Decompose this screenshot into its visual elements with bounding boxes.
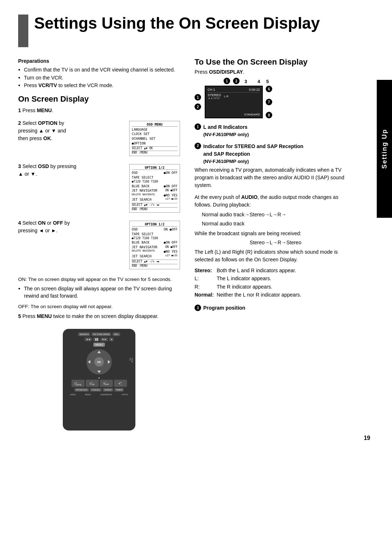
preparations-section: Preparations Confirm that the TV is on a… — [18, 57, 180, 89]
indicator-3-block: 3 Program position — [195, 304, 356, 312]
picture-mode-btn: PICTURE MODE — [91, 332, 111, 336]
step-3: 3 Select OSD by pressing▲ or ▼. OPTION 1… — [18, 163, 180, 214]
osd-indicator-7: 7 — [266, 99, 272, 105]
num-btn-2: 2+ON — [86, 380, 99, 387]
indicator-1-heading: L and R Indicators — [203, 123, 249, 131]
step-5: 5 Press MENU twice to make the on screen… — [18, 313, 180, 320]
menu-row: CLOCK SET — [132, 132, 177, 136]
num-5-plain: 5 — [264, 79, 271, 84]
remote-dpad: OK — [86, 349, 112, 375]
option-menu-title: OPTION 1/2 — [132, 166, 177, 170]
timer-btn: TIMER — [114, 388, 124, 392]
step-3-num: 3 — [18, 163, 21, 169]
step-4-num: 4 — [18, 220, 21, 226]
menu-row: DELETE NAVIDATA●NO YES — [132, 249, 177, 254]
indicator-2-heading: Indicator for STEREO and SAP Reception — [203, 143, 303, 150]
mode-row-stereo: Stereo: Both the L and R indicators appe… — [195, 266, 301, 274]
mode-label-stereo: Stereo: — [195, 266, 217, 274]
ff-btn: ►► — [101, 338, 108, 341]
indicator-1-block: 1 L and R Indicators (NV-FJ610PMP only) — [195, 123, 356, 138]
vcr-tv-lbl: VCR/TV — [122, 393, 128, 396]
press-osd-text: Press OSD/DISPLAY. — [195, 69, 356, 75]
menu-row: JET SEARCHx27 ●x35 — [132, 197, 177, 202]
menu-row: ●OPTION — [132, 141, 177, 146]
menu-row: JET NAVIGATORON ●OFF — [132, 245, 177, 250]
menu-footer: SELECT ▲▼ OK — [132, 146, 177, 150]
indicator-3-heading-row: 3 Program position — [195, 304, 356, 312]
step-4-text: Select ON or OFF bypressing ◄ or ►. — [18, 220, 70, 233]
osd-diagram-section: 1 2 3 4 5 1 2 — [195, 78, 356, 118]
menu-row: TAPE SELECT — [132, 175, 177, 180]
audio-lbl: AUDIO — [70, 393, 76, 396]
remote-text-row-2: PROG/CHX CANCEL SPEED TIMER — [66, 388, 132, 392]
lr-note: The Left (L) and Right (R) indicators sh… — [195, 248, 356, 264]
indicator-2-circle: 2 — [195, 143, 201, 149]
mode-desc-normal: Neither the L nor R indicator appears. — [217, 291, 301, 299]
menu-row: JET NAVIGATORON ●OFF — [132, 188, 177, 193]
option-menu-screen-2: OPTION 1/2 OSDON ●OFF TAPE SELECT ●T120 … — [129, 221, 180, 269]
dpad-down-arrow — [97, 371, 101, 373]
reset-lbl: RESET — [85, 393, 91, 396]
rec-btn: REC — [113, 332, 120, 336]
indicator-2-block: 2 Indicator for STEREO and SAP Reception… — [195, 143, 356, 189]
osd-indicator-8: 8 — [266, 112, 272, 118]
menu-footer: SELECT ▲▼ -/+ ◄► — [132, 203, 177, 207]
cancel-btn: CANCEL — [90, 388, 102, 392]
dpad-left-arrow — [88, 360, 90, 364]
remote-control-image: SEARCH PICTURE MODE REC ◄◄ ▐▐ ►► ● MENU — [63, 329, 135, 430]
search-btn: SEARCH — [78, 332, 90, 336]
bullet-note: The on screen display will always appear… — [18, 285, 180, 299]
osd-circle-1-label: 1 — [195, 94, 202, 101]
osd-lr: L R — [224, 95, 228, 98]
osd-right-annotations: 6 7 8 — [266, 86, 273, 118]
osd-display-lbl: OSD/DISPLAY — [100, 393, 112, 396]
osd-indicator-6: 6 — [266, 86, 272, 92]
remote-bottom-rows: 1∧DATE 2+ON 3+OFF 4∨— PROG/CHX CANCEL SP… — [66, 380, 132, 396]
menu-title: OSD MENU — [132, 123, 177, 127]
circle-2: 2 — [233, 78, 240, 84]
step-3-text: Select OSD by pressing▲ or ▼. — [18, 163, 76, 177]
broadcast-note: While the broadcast signals are being re… — [195, 230, 356, 237]
preparations-list: Confirm that the TV is on and the VCR vi… — [18, 66, 180, 89]
step-1-num: 1 — [18, 107, 21, 113]
menu-footer-end-2: END :MENU — [132, 264, 177, 268]
arrow-text-1b: Normal audio track — [195, 220, 356, 228]
page-number: 19 — [364, 435, 370, 441]
num-btn-3: 3+OFF — [100, 380, 113, 387]
menu-row: OCHANNEL SET — [132, 136, 177, 141]
remote-num-row: 1∧DATE 2+ON 3+OFF 4∨— — [66, 380, 132, 387]
osd-screen-middle: STEREO ◄◄ SP03 L R — [208, 93, 260, 99]
on-note: ON: The on screen display will appear on… — [18, 276, 180, 283]
dpad-ok-btn: OK — [94, 357, 104, 367]
menu-row: DELETE NAVIDATA●NO YES — [132, 193, 177, 198]
mode-label-r: R: — [195, 283, 217, 291]
speed-btn: SPEED — [103, 388, 113, 392]
step-4: 4 Select ON or OFF bypressing ◄ or ►. OP… — [18, 219, 180, 271]
dpad-up-arrow — [97, 351, 101, 353]
option-menu-screen-1: OPTION 1/2 OSD●ON OFF TAPE SELECT ●T120 … — [129, 164, 180, 213]
list-item: Press VCR/TV to select the VCR mode. — [18, 82, 180, 89]
prog-chx-btn: PROG/CHX — [74, 388, 89, 392]
menu-row: OSD●ON OFF — [132, 171, 177, 175]
step-1: 1 Press MENU. — [18, 107, 180, 114]
play-btn: ▐▐ — [93, 338, 99, 341]
option-menu-title-2: OPTION 1/2 — [132, 223, 177, 227]
menu-row: BLUE BACK●ON OFF — [132, 184, 177, 189]
osd-screen: CH 1 0:00:22 STEREO ◄◄ SP03 L R STANDARD — [205, 86, 263, 118]
num-4-plain: 4 — [256, 79, 262, 84]
menu-row: JET SEARCHx27 ●x35 — [132, 254, 177, 259]
circle-1: 1 — [224, 78, 230, 84]
osd-time: 0:00:22 — [249, 88, 260, 91]
left-column: Preparations Confirm that the TV is on a… — [18, 57, 180, 434]
menu-row: ●T120 T160 T180 — [132, 236, 177, 240]
step-2: 2 Select OPTION bypressing ▲ or ▼ andthe… — [18, 119, 180, 158]
indicator-3-heading: Program position — [203, 304, 245, 312]
osd-indicator-1: 1 — [195, 94, 201, 101]
on-screen-display-heading: On Screen Display — [18, 94, 180, 104]
osd-indicator-2: 2 — [195, 103, 201, 110]
osd-circle-2-label: 2 — [195, 103, 202, 110]
list-item: Confirm that the TV is on and the VCR vi… — [18, 66, 180, 74]
title-block: Settings Using the On Screen Display — [18, 15, 374, 47]
menu-footer-end: END :MENU — [132, 151, 177, 154]
osd-num-row: 1 2 3 4 5 — [224, 78, 356, 84]
